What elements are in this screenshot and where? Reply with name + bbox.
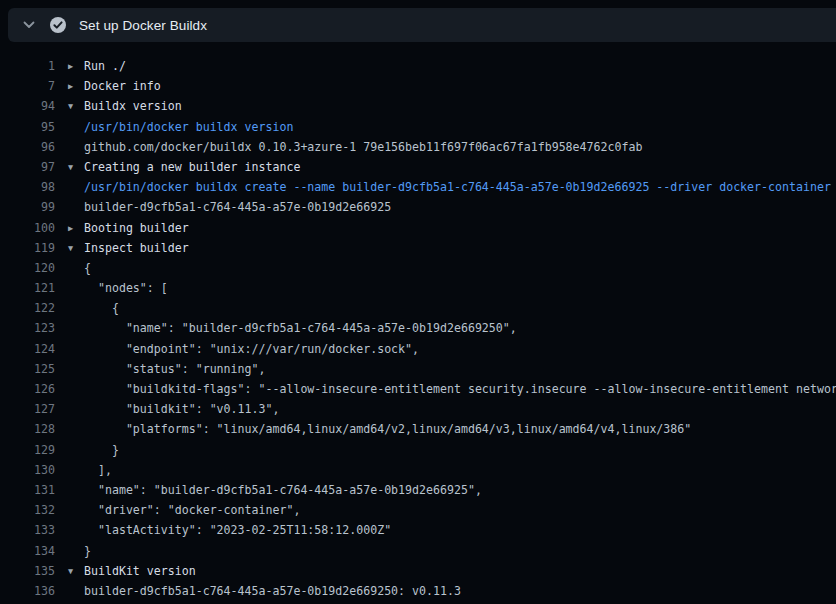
log-line-row: 124 "endpoint": "unix:///var/run/docker.… xyxy=(0,339,836,359)
command-text: /usr/bin/docker buildx create --name bui… xyxy=(84,180,831,194)
log-line-row: 130 ], xyxy=(0,460,836,480)
log-area: 1▶Run ./7▶Docker info94▼Buildx version95… xyxy=(0,42,836,604)
output-text: builder-d9cfb5a1-c764-445a-a57e-0b19d2e6… xyxy=(84,200,391,214)
log-group-row[interactable]: 1▶Run ./ xyxy=(0,56,836,76)
line-number[interactable]: 126 xyxy=(0,379,55,399)
output-text: } xyxy=(84,544,91,558)
line-number[interactable]: 100 xyxy=(0,218,55,238)
log-line-row: 122 { xyxy=(0,298,836,318)
line-number[interactable]: 95 xyxy=(0,117,55,137)
log-line-row: 96github.com/docker/buildx 0.10.3+azure-… xyxy=(0,137,836,157)
output-text: "driver": "docker-container", xyxy=(84,503,300,517)
output-text: "platforms": "linux/amd64,linux/amd64/v2… xyxy=(84,422,691,436)
triangle-down-icon[interactable]: ▼ xyxy=(55,561,84,581)
line-number[interactable]: 1 xyxy=(0,56,55,76)
log-line-row: 128 "platforms": "linux/amd64,linux/amd6… xyxy=(0,419,836,439)
log-group-row[interactable]: 135▼BuildKit version xyxy=(0,561,836,581)
log-group-row[interactable]: 119▼Inspect builder xyxy=(0,238,836,258)
chevron-down-icon[interactable] xyxy=(22,18,36,32)
group-title: Booting builder xyxy=(84,221,189,235)
step-title: Set up Docker Buildx xyxy=(79,18,207,33)
line-number[interactable]: 122 xyxy=(0,298,55,318)
line-number[interactable]: 7 xyxy=(0,76,55,96)
output-text: "endpoint": "unix:///var/run/docker.sock… xyxy=(84,342,419,356)
group-title: Creating a new builder instance xyxy=(84,160,300,174)
output-text: "buildkit": "v0.11.3", xyxy=(84,402,279,416)
log-line-row: 134} xyxy=(0,541,836,561)
output-text: "nodes": [ xyxy=(84,281,168,295)
group-title: Buildx version xyxy=(84,99,182,113)
line-number[interactable]: 94 xyxy=(0,96,55,116)
output-text: github.com/docker/buildx 0.10.3+azure-1 … xyxy=(84,140,642,154)
line-number[interactable]: 125 xyxy=(0,359,55,379)
group-title: Inspect builder xyxy=(84,241,189,255)
line-number[interactable]: 121 xyxy=(0,278,55,298)
log-line-row: 136builder-d9cfb5a1-c764-445a-a57e-0b19d… xyxy=(0,581,836,601)
log-line-row: 126 "buildkitd-flags": "--allow-insecure… xyxy=(0,379,836,399)
log-line-row: 132 "driver": "docker-container", xyxy=(0,500,836,520)
log-line-row: 125 "status": "running", xyxy=(0,359,836,379)
line-number[interactable]: 123 xyxy=(0,318,55,338)
command-text: /usr/bin/docker buildx version xyxy=(84,120,293,134)
line-number[interactable]: 133 xyxy=(0,520,55,540)
triangle-down-icon[interactable]: ▼ xyxy=(55,96,84,116)
log-line-row: 120{ xyxy=(0,258,836,278)
line-number[interactable]: 129 xyxy=(0,440,55,460)
output-text: "buildkitd-flags": "--allow-insecure-ent… xyxy=(84,382,836,396)
output-text: "status": "running", xyxy=(84,362,265,376)
triangle-right-icon[interactable]: ▶ xyxy=(55,56,84,76)
output-text: builder-d9cfb5a1-c764-445a-a57e-0b19d2e6… xyxy=(84,584,461,598)
log-line-row: 123 "name": "builder-d9cfb5a1-c764-445a-… xyxy=(0,318,836,338)
log-line-row: 95/usr/bin/docker buildx version xyxy=(0,117,836,137)
log-line-row: 133 "lastActivity": "2023-02-25T11:58:12… xyxy=(0,520,836,540)
log-line-row: 131 "name": "builder-d9cfb5a1-c764-445a-… xyxy=(0,480,836,500)
triangle-down-icon[interactable]: ▼ xyxy=(55,238,84,258)
output-text: "lastActivity": "2023-02-25T11:58:12.000… xyxy=(84,523,391,537)
line-number[interactable]: 134 xyxy=(0,541,55,561)
line-number[interactable]: 132 xyxy=(0,500,55,520)
log-line-row: 129 } xyxy=(0,440,836,460)
group-title: Run ./ xyxy=(84,59,126,73)
log-line-row: 127 "buildkit": "v0.11.3", xyxy=(0,399,836,419)
log-line-row: 98/usr/bin/docker buildx create --name b… xyxy=(0,177,836,197)
line-number[interactable]: 96 xyxy=(0,137,55,157)
log-line-row: 99builder-d9cfb5a1-c764-445a-a57e-0b19d2… xyxy=(0,197,836,217)
step-header[interactable]: Set up Docker Buildx xyxy=(8,8,836,42)
log-group-row[interactable]: 94▼Buildx version xyxy=(0,96,836,116)
triangle-right-icon[interactable]: ▶ xyxy=(55,218,84,238)
line-number[interactable]: 136 xyxy=(0,581,55,601)
line-number[interactable]: 128 xyxy=(0,419,55,439)
log-group-row[interactable]: 7▶Docker info xyxy=(0,76,836,96)
line-number[interactable]: 97 xyxy=(0,157,55,177)
log-line-row: 121 "nodes": [ xyxy=(0,278,836,298)
line-number[interactable]: 135 xyxy=(0,561,55,581)
line-number[interactable]: 98 xyxy=(0,177,55,197)
group-title: Docker info xyxy=(84,79,161,93)
line-number[interactable]: 131 xyxy=(0,480,55,500)
output-text: ], xyxy=(84,463,112,477)
line-number[interactable]: 119 xyxy=(0,238,55,258)
line-number[interactable]: 120 xyxy=(0,258,55,278)
output-text: "name": "builder-d9cfb5a1-c764-445a-a57e… xyxy=(84,483,482,497)
check-circle-icon xyxy=(49,16,67,34)
output-text: { xyxy=(84,301,119,315)
triangle-down-icon[interactable]: ▼ xyxy=(55,157,84,177)
output-text: { xyxy=(84,261,91,275)
log-group-row[interactable]: 100▶Booting builder xyxy=(0,218,836,238)
line-number[interactable]: 130 xyxy=(0,460,55,480)
line-number[interactable]: 99 xyxy=(0,197,55,217)
output-text: "name": "builder-d9cfb5a1-c764-445a-a57e… xyxy=(84,321,517,335)
log-group-row[interactable]: 97▼Creating a new builder instance xyxy=(0,157,836,177)
triangle-right-icon[interactable]: ▶ xyxy=(55,76,84,96)
group-title: BuildKit version xyxy=(84,564,196,578)
actions-log-viewer: { "header": { "title": "Set up Docker Bu… xyxy=(0,0,836,604)
line-number[interactable]: 124 xyxy=(0,339,55,359)
output-text: } xyxy=(84,443,119,457)
line-number[interactable]: 127 xyxy=(0,399,55,419)
